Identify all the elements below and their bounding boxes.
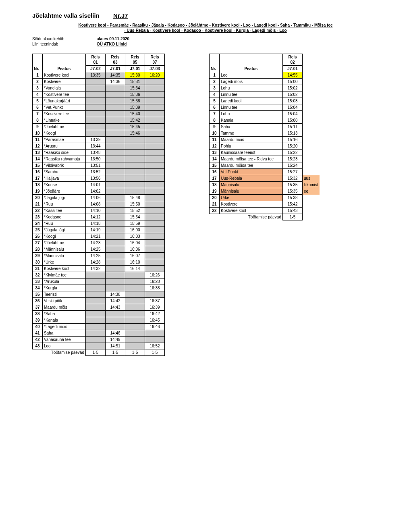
time-cell: 14:02 bbox=[86, 188, 106, 195]
time-cell bbox=[145, 124, 165, 130]
time-cell bbox=[106, 175, 125, 182]
time-cell bbox=[106, 214, 125, 220]
stop-name: *Vandjala bbox=[43, 85, 86, 91]
row-nr: 30 bbox=[33, 259, 43, 266]
time-cell bbox=[86, 298, 106, 304]
stop-name: *Ruu bbox=[43, 201, 86, 208]
stop-name: *Ruu bbox=[43, 220, 86, 227]
note-cell bbox=[303, 201, 320, 208]
time-cell: 14:21 bbox=[86, 233, 106, 240]
time-cell bbox=[106, 169, 125, 175]
time-cell bbox=[145, 201, 165, 208]
stop-name: Lagedi mõis bbox=[220, 79, 283, 85]
time-cell: 16:33 bbox=[145, 285, 165, 291]
stop-name: *Jägala jõgi bbox=[43, 195, 86, 201]
row-nr: 2 bbox=[210, 79, 220, 85]
row-nr: 34 bbox=[33, 285, 43, 291]
col-trip: Reis01 bbox=[86, 54, 106, 66]
stop-name: *Haljava bbox=[43, 175, 86, 182]
stop-name: *Kanala bbox=[43, 317, 86, 324]
stop-name: *Raasiku rahvamaja bbox=[43, 156, 86, 162]
table-row: 6*Vet.Punkt15:39 bbox=[33, 104, 165, 111]
time-cell: 13:48 bbox=[86, 150, 106, 156]
stop-name: Vet.Punkt bbox=[220, 169, 283, 175]
note-cell bbox=[303, 117, 320, 124]
time-cell: 15:35 bbox=[283, 188, 303, 195]
table-row: 16Vet.Punkt15:27 bbox=[210, 169, 320, 175]
col-trip: Reis03 bbox=[106, 54, 125, 66]
col-stop: Peatus bbox=[220, 54, 283, 72]
stop-name: *Saha bbox=[43, 311, 86, 317]
table-row: 20Urke15:38 bbox=[210, 195, 320, 201]
table-row: 20*Jägala jõgi14:0615:48 bbox=[33, 195, 165, 201]
trip-code: J7-02 bbox=[86, 66, 106, 72]
time-cell: 15:40 bbox=[125, 111, 145, 117]
operator-value: OÜ ATKO Liinid bbox=[97, 42, 127, 46]
row-nr: 36 bbox=[33, 298, 43, 304]
note-cell bbox=[303, 72, 320, 79]
stop-name: *Kivimäe tee bbox=[43, 272, 86, 278]
time-cell bbox=[86, 124, 106, 130]
row-nr: 21 bbox=[210, 201, 220, 208]
stop-name: Saha bbox=[220, 124, 283, 130]
time-cell bbox=[106, 253, 125, 259]
row-nr: 15 bbox=[210, 162, 220, 169]
time-cell: 13:56 bbox=[86, 175, 106, 182]
col-trip: Reis02 bbox=[283, 54, 303, 66]
time-cell: 15:54 bbox=[125, 214, 145, 220]
row-nr: 28 bbox=[33, 246, 43, 253]
time-cell: 14:25 bbox=[86, 253, 106, 259]
time-cell: 15:08 bbox=[283, 117, 303, 124]
time-cell: 14:28 bbox=[86, 259, 106, 266]
time-cell: 15:52 bbox=[125, 208, 145, 214]
time-cell bbox=[106, 317, 125, 324]
time-cell bbox=[86, 85, 106, 91]
table-row: 23*Kodasoo14:1215:54 bbox=[33, 214, 165, 220]
table-row: 30*Urke14:2816:10 bbox=[33, 259, 165, 266]
table-row: 33*Aruküla16:28 bbox=[33, 278, 165, 285]
time-cell bbox=[106, 195, 125, 201]
table-row: 29*Männisalu14:2516:07 bbox=[33, 253, 165, 259]
table-row: 6Linnu tee15:04 bbox=[210, 104, 320, 111]
note-cell bbox=[303, 85, 320, 91]
stop-name: Veski põik bbox=[43, 298, 86, 304]
table-row: 40*Lagedi mõis16:46 bbox=[33, 324, 165, 330]
row-nr: 41 bbox=[33, 330, 43, 337]
stop-name: *Männisalu bbox=[43, 253, 86, 259]
stop-name: Kostivere kool bbox=[220, 208, 283, 214]
time-cell bbox=[125, 278, 145, 285]
time-cell bbox=[106, 233, 125, 240]
time-cell bbox=[125, 188, 145, 195]
time-cell: 13:44 bbox=[86, 143, 106, 150]
note-cell bbox=[303, 156, 320, 162]
row-nr: 20 bbox=[210, 195, 220, 201]
table-row: 43Loo14:5116:52 bbox=[33, 343, 165, 349]
time-cell bbox=[86, 130, 106, 137]
time-cell bbox=[106, 285, 125, 291]
time-cell bbox=[145, 182, 165, 188]
row-nr: 35 bbox=[33, 291, 43, 298]
time-cell: 15:38 bbox=[125, 98, 145, 104]
stop-name: *Kassi tee bbox=[43, 208, 86, 214]
table-row: 15Maardu mõisa tee15:24 bbox=[210, 162, 320, 169]
time-cell: 15:13 bbox=[283, 130, 303, 137]
time-cell bbox=[145, 291, 165, 298]
table-row: 19*Jõeääre14:02 bbox=[33, 188, 165, 195]
time-cell bbox=[125, 143, 145, 150]
row-nr: 6 bbox=[210, 104, 220, 111]
footer-val: 1-5 bbox=[106, 349, 125, 356]
table-row: 21*Ruu14:0815:50 bbox=[33, 201, 165, 208]
stop-name: Kostivere kool bbox=[43, 266, 86, 272]
time-cell bbox=[106, 182, 125, 188]
row-nr: 10 bbox=[210, 130, 220, 137]
table-row: 7*Kostivere tee15:40 bbox=[33, 111, 165, 117]
time-cell bbox=[106, 246, 125, 253]
time-cell: 15:27 bbox=[283, 169, 303, 175]
time-cell bbox=[106, 124, 125, 130]
time-cell: 15:42 bbox=[283, 201, 303, 208]
time-cell bbox=[125, 330, 145, 337]
time-cell: 15:31 bbox=[125, 79, 145, 85]
time-cell: 14:25 bbox=[86, 246, 106, 253]
time-cell: 15:20 bbox=[283, 143, 303, 150]
time-cell: 15:32 bbox=[283, 175, 303, 182]
